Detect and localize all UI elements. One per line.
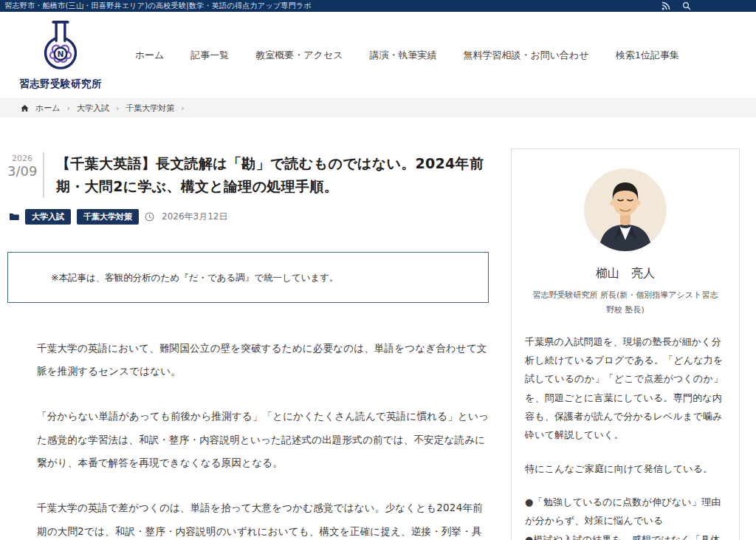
author-profile-card: 櫛山 亮人 習志野受験研究所 所長(新・個別指導アシスト習志野校 塾長) 千葉県… <box>511 148 740 540</box>
category-badge[interactable]: 千葉大学対策 <box>77 209 139 225</box>
article: 2026 3/09 【千葉大英語】長文読解は「勘」で読むものではない。2024年… <box>7 152 489 540</box>
article-date-monthday: 3/09 <box>7 163 37 180</box>
nav-item-contact[interactable]: 無料学習相談・お問い合わせ <box>464 49 589 62</box>
topbar-icons <box>662 1 691 10</box>
author-title: 習志野受験研究所 所長(新・個別指導アシスト習志野校 塾長) <box>525 288 726 318</box>
main-nav: ホーム 記事一覧 教室概要・アクセス 講演・執筆実績 無料学習相談・お問い合わせ… <box>135 49 679 62</box>
author-bio-audience: 特にこんなご家庭に向けて発信している。 <box>525 459 726 478</box>
avatar <box>584 168 667 254</box>
breadcrumb-separator: › <box>181 103 184 113</box>
nav-item-home[interactable]: ホーム <box>135 49 165 62</box>
article-body: 千葉大学の英語において、難関国公立の壁を突破するために必要なのは、単語をつなぎ合… <box>37 337 489 540</box>
sidebar: 櫛山 亮人 習志野受験研究所 所長(新・個別指導アシスト習志野校 塾長) 千葉県… <box>511 148 740 540</box>
rss-icon[interactable] <box>662 1 670 10</box>
article-date-year: 2026 <box>7 154 37 163</box>
body-paragraph: 千葉大学の英語において、難関国公立の壁を突破するために必要なのは、単語をつなぎ合… <box>37 337 489 383</box>
body-paragraph: 千葉大学の英語で差がつくのは、単語を拾って大意をつかむ感覚ではない。少なくとも2… <box>37 496 489 540</box>
author-bio: 千葉県の入試問題を、現場の塾長が細かく分析し続けているブログである。「どんな力を… <box>525 332 726 445</box>
breadcrumb-separator: › <box>67 103 70 113</box>
article-meta-row: 大学入試 千葉大学対策 2026年3月12日 <box>9 209 489 225</box>
breadcrumb-separator: › <box>116 103 119 113</box>
page-title: 【千葉大英語】長文読解は「勘」で読むものではない。2024年前期・大問2に学ぶ、… <box>56 152 489 198</box>
site-logo[interactable]: N 習志野受験研究所 <box>19 19 102 91</box>
breadcrumb: ホーム › 大学入試 › 千葉大学対策 › <box>0 98 756 117</box>
category-badge[interactable]: 大学入試 <box>25 209 71 225</box>
author-bullet-list: ●「勉強しているのに点数が伸びない」理由が分からず、対策に悩んでいる ●模試や入… <box>525 493 726 540</box>
nav-item-lectures[interactable]: 講演・執筆実績 <box>370 49 437 62</box>
home-icon <box>21 104 29 112</box>
publish-date: 2026年3月12日 <box>162 211 227 223</box>
nav-item-articles[interactable]: 記事一覧 <box>190 49 229 62</box>
svg-text:N: N <box>58 49 64 59</box>
folder-icon <box>9 212 19 221</box>
article-date-badge: 2026 3/09 <box>7 152 44 198</box>
site-name: 習志野受験研究所 <box>19 78 102 91</box>
bullet-item: ●模試や入試の結果を、感想ではなく「具体的な改善案」に変えたい <box>525 530 726 540</box>
breadcrumb-subcategory[interactable]: 千葉大学対策 <box>126 103 174 114</box>
article-title-row: 2026 3/09 【千葉大英語】長文読解は「勘」で読むものではない。2024年… <box>7 152 489 198</box>
nav-item-top-articles[interactable]: 検索1位記事集 <box>616 49 679 62</box>
search-icon[interactable] <box>682 1 691 10</box>
clock-icon <box>145 212 154 222</box>
notice-box: ※本記事は、客観的分析のため『だ・である調』で統一しています。 <box>7 252 489 303</box>
content-area: 2026 3/09 【千葉大英語】長文読解は「勘」で読むものではない。2024年… <box>0 117 756 540</box>
nav-item-access[interactable]: 教室概要・アクセス <box>255 49 343 62</box>
bullet-item: ●「勉強しているのに点数が伸びない」理由が分からず、対策に悩んでいる <box>525 493 726 530</box>
flask-brain-logo-icon: N <box>39 19 82 75</box>
page: 習志野市・船橋市(三山・田喜野井エリア)の高校受験|数学・英語の得点力アップ専門… <box>0 0 756 540</box>
author-name: 櫛山 亮人 <box>525 266 726 281</box>
topbar-tagline: 習志野市・船橋市(三山・田喜野井エリア)の高校受験|数学・英語の得点力アップ専門… <box>4 1 312 11</box>
breadcrumb-home[interactable]: ホーム <box>35 103 61 114</box>
site-header: N 習志野受験研究所 ホーム 記事一覧 教室概要・アクセス 講演・執筆実績 無料… <box>0 12 756 98</box>
topbar: 習志野市・船橋市(三山・田喜野井エリア)の高校受験|数学・英語の得点力アップ専門… <box>0 0 756 12</box>
breadcrumb-category[interactable]: 大学入試 <box>77 103 109 114</box>
body-paragraph: 「分からない単語があっても前後から推測する」「とにかくたくさん読んで英語に慣れる… <box>37 405 489 475</box>
notice-text: ※本記事は、客観的分析のため『だ・である調』で統一しています。 <box>51 272 447 284</box>
